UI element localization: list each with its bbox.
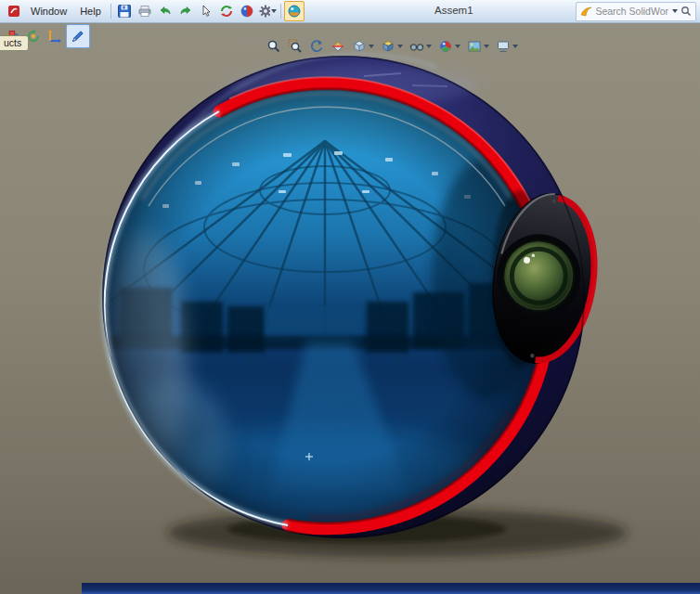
search-icon	[681, 6, 692, 17]
zoom-to-area-button[interactable]	[285, 37, 305, 56]
taskbar-strip	[82, 583, 700, 594]
toolbar-separator	[280, 4, 281, 19]
redo-icon	[178, 4, 193, 19]
app-icon	[4, 1, 24, 21]
rebuild-button[interactable]	[216, 1, 237, 21]
apply-scene-icon	[467, 39, 482, 54]
rebuild-icon	[219, 4, 234, 19]
menu-help[interactable]: Help	[73, 4, 108, 19]
select-button[interactable]	[196, 1, 216, 21]
redo-button[interactable]	[175, 1, 196, 21]
undo-icon	[158, 4, 173, 19]
options-button[interactable]	[257, 1, 278, 21]
chevron-down-icon	[271, 9, 277, 13]
print-button[interactable]	[135, 1, 155, 21]
undo-button[interactable]	[155, 1, 175, 21]
search-box[interactable]: Search SolidWor	[576, 2, 696, 21]
edit-color-button[interactable]	[237, 1, 257, 21]
toolbar-separator	[110, 4, 111, 19]
section-view-button[interactable]	[328, 37, 348, 56]
edit-appearance-ball-icon	[438, 39, 453, 54]
instant3d-icon	[47, 29, 62, 44]
viewport-3d-scene[interactable]	[0, 0, 700, 594]
title-menu-bar: Window Help Assem1	[0, 0, 700, 23]
sidebar-tab[interactable]: ucts	[0, 35, 29, 51]
chevron-down-icon	[455, 45, 460, 48]
edit-appearance-button[interactable]	[435, 37, 463, 56]
chevron-down-icon	[426, 45, 432, 48]
gear-icon	[258, 4, 270, 19]
print-icon	[137, 4, 152, 19]
search-input[interactable]: Search SolidWor	[595, 6, 668, 17]
hide-show-items-button[interactable]	[407, 37, 434, 56]
apply-scene-button[interactable]	[464, 37, 492, 56]
edit-scene-button[interactable]	[66, 24, 90, 48]
chevron-down-icon	[512, 45, 518, 48]
view-settings-button[interactable]	[493, 37, 521, 56]
display-style-icon	[381, 39, 395, 54]
view-orientation-cube-icon	[352, 39, 367, 54]
headsup-view-toolbar	[264, 37, 521, 56]
zoom-to-area-icon	[288, 39, 303, 54]
photoview-preview-icon	[287, 4, 302, 19]
section-view-icon	[331, 39, 345, 54]
solidworks-logo-icon	[580, 6, 592, 18]
previous-view-icon	[309, 39, 324, 54]
view-settings-icon	[496, 39, 511, 54]
zoom-to-fit-icon	[266, 39, 281, 54]
view-orientation-button[interactable]	[349, 37, 377, 56]
document-title: Assem1	[434, 5, 473, 16]
edit-scene-pencil-icon	[70, 28, 86, 45]
select-cursor-icon	[199, 4, 214, 19]
save-icon	[117, 4, 132, 19]
edit-color-icon	[240, 4, 254, 19]
chevron-down-icon	[672, 9, 678, 13]
zoom-to-fit-button[interactable]	[264, 37, 284, 56]
chevron-down-icon	[484, 45, 489, 48]
sidebar-tab-label: ucts	[4, 37, 21, 48]
chevron-down-icon	[369, 45, 374, 48]
instant3d-button[interactable]	[45, 27, 64, 46]
save-button[interactable]	[114, 1, 135, 21]
hide-show-glasses-icon	[409, 39, 424, 54]
display-style-button[interactable]	[378, 37, 406, 56]
solidworks-window: Window Help Assem1	[0, 0, 700, 594]
menu-window[interactable]: Window	[24, 4, 73, 19]
chevron-down-icon	[397, 45, 403, 48]
photoview-preview-button[interactable]	[284, 1, 305, 21]
previous-view-button[interactable]	[306, 37, 327, 56]
